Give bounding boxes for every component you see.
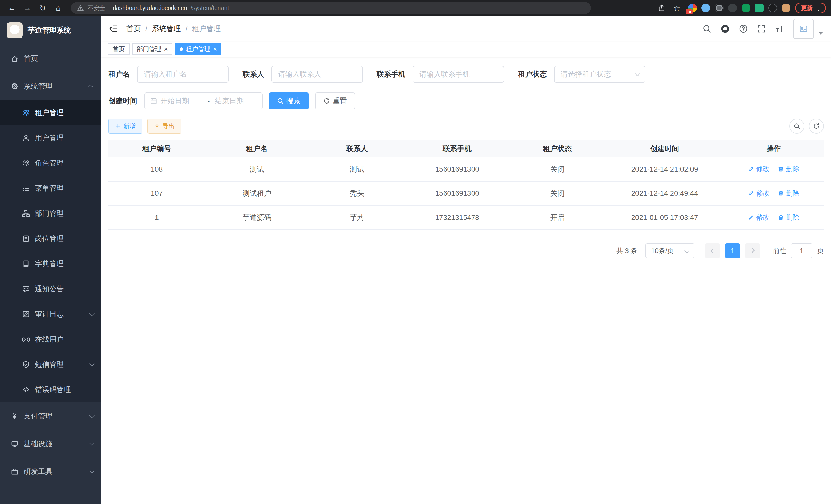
bookmark-star-icon[interactable]: ☆ (670, 2, 684, 14)
close-icon[interactable]: × (164, 46, 168, 52)
prev-page-button[interactable] (705, 243, 720, 258)
refresh-table-button[interactable] (809, 119, 824, 134)
sidebar-item-notice-announcement[interactable]: 通知公告 (0, 276, 101, 302)
page-number-button[interactable]: 1 (725, 243, 740, 258)
sidebar-item-department-management[interactable]: 部门管理 (0, 201, 101, 226)
extension-icon[interactable] (701, 4, 710, 12)
cell-actions: 修改删除 (724, 206, 824, 230)
start-date-input[interactable] (160, 97, 202, 105)
status-select[interactable] (554, 66, 646, 83)
avatar-caret-icon[interactable] (819, 32, 823, 35)
button-label: 搜索 (286, 96, 300, 106)
back-icon[interactable]: ← (5, 2, 19, 14)
sidebar-item-online-users[interactable]: 在线用户 (0, 327, 101, 352)
contact-input[interactable] (271, 66, 363, 83)
sidebar-item-tenant-management[interactable]: 租户管理 (0, 100, 101, 125)
refresh-icon (323, 98, 330, 104)
edit-link[interactable]: 修改 (748, 165, 770, 173)
sidebar-item-payment-management[interactable]: 支付管理 (0, 402, 101, 430)
sidebar-item-post-management[interactable]: 岗位管理 (0, 226, 101, 251)
tenant-table: 租户编号 租户名 联系人 联系手机 租户状态 创建时间 操作 108 测试 测试 (109, 140, 824, 230)
edit-link[interactable]: 修改 (748, 213, 770, 222)
breadcrumb-system[interactable]: 系统管理 (152, 24, 181, 34)
extension-icon[interactable] (768, 4, 777, 12)
home-icon[interactable]: ⌂ (51, 2, 65, 14)
date-range-picker[interactable]: - (144, 92, 263, 110)
button-label: 导出 (163, 122, 175, 130)
security-label[interactable]: 不安全 (87, 4, 105, 12)
tab-tenant-management[interactable]: 租户管理 × (175, 43, 222, 55)
goto-page-input[interactable] (791, 243, 812, 258)
sidebar-item-role-management[interactable]: 角色管理 (0, 151, 101, 176)
sidebar-item-user-management[interactable]: 用户管理 (0, 125, 101, 151)
search-icon[interactable] (703, 24, 711, 33)
help-icon[interactable] (739, 24, 748, 33)
font-size-icon[interactable] (775, 24, 784, 33)
sidebar-item-dict-management[interactable]: 字典管理 (0, 251, 101, 276)
share-icon[interactable] (658, 4, 665, 12)
tab-home[interactable]: 首页 (108, 43, 130, 55)
trash-icon (778, 166, 784, 172)
browser-menu-icon[interactable]: ⋮ (815, 4, 822, 11)
cell-tenant-id: 107 (109, 181, 205, 206)
sidebar-item-label: 部门管理 (35, 209, 64, 218)
edit-label: 修改 (756, 165, 770, 173)
extension-icon[interactable] (728, 4, 737, 12)
tab-department-management[interactable]: 部门管理 × (132, 43, 172, 55)
extension-icon[interactable] (742, 4, 750, 12)
extension-icon[interactable] (715, 4, 724, 12)
field-label: 联系手机 (377, 69, 405, 79)
sidebar-item-error-code-management[interactable]: 错误码管理 (0, 377, 101, 402)
sidebar-item-label: 系统管理 (24, 82, 52, 91)
page-size-select[interactable] (646, 243, 694, 258)
user-avatar[interactable] (794, 19, 813, 39)
add-button[interactable]: 新增 (109, 119, 142, 134)
forward-icon[interactable]: → (21, 2, 34, 14)
search-icon (277, 98, 284, 104)
user-icon (22, 134, 30, 142)
search-button[interactable]: 搜索 (269, 92, 309, 110)
reload-icon[interactable]: ↻ (36, 2, 49, 14)
search-icon (794, 123, 800, 129)
show-search-toggle-button[interactable] (790, 119, 804, 134)
delete-link[interactable]: 删除 (778, 165, 799, 173)
edit-label: 修改 (756, 189, 770, 198)
cell-actions: 修改删除 (724, 157, 824, 181)
delete-link[interactable]: 删除 (778, 213, 799, 222)
url-bar[interactable]: 不安全 dashboard.yudao.iocoder.cn/system/te… (71, 2, 591, 14)
extension-icon[interactable]: 10 (688, 4, 697, 12)
extension-icon[interactable] (755, 4, 764, 12)
sidebar-item-dev-tools[interactable]: 研发工具 (0, 458, 101, 485)
page-size-input[interactable] (646, 243, 694, 258)
edit-link[interactable]: 修改 (748, 189, 770, 198)
next-page-button[interactable] (745, 243, 760, 258)
sidebar-item-audit-log[interactable]: 审计日志 (0, 302, 101, 327)
update-label: 更新 (801, 4, 813, 12)
roles-icon (22, 159, 30, 167)
cell-mobile: 15601691300 (405, 157, 509, 181)
sidebar-item-label: 支付管理 (24, 411, 52, 421)
sidebar-item-sms-management[interactable]: 短信管理 (0, 352, 101, 377)
fullscreen-icon[interactable] (757, 24, 766, 33)
profile-avatar-icon[interactable] (782, 4, 791, 12)
delete-link[interactable]: 删除 (778, 189, 799, 198)
logo[interactable]: 芋道管理系统 (0, 16, 101, 45)
export-button[interactable]: 导出 (147, 119, 181, 134)
sidebar-item-home[interactable]: 首页 (0, 45, 101, 72)
mobile-input[interactable] (413, 66, 504, 83)
browser-update-button[interactable]: 更新 ⋮ (795, 3, 826, 13)
close-icon[interactable]: × (213, 46, 217, 52)
sidebar-item-system-management[interactable]: 系统管理 (0, 72, 101, 100)
status-select-input[interactable] (554, 66, 646, 83)
button-label: 新增 (123, 122, 136, 130)
sidebar-item-menu-management[interactable]: 菜单管理 (0, 176, 101, 201)
sidebar-item-infrastructure[interactable]: 基础设施 (0, 430, 101, 458)
cell-tenant-name: 测试租户 (205, 181, 309, 206)
reset-button[interactable]: 重置 (315, 92, 355, 110)
github-icon[interactable] (720, 24, 730, 33)
toolbar-right (790, 119, 824, 134)
breadcrumb-home[interactable]: 首页 (126, 24, 141, 34)
collapse-sidebar-icon[interactable] (109, 24, 118, 33)
end-date-input[interactable] (215, 97, 257, 105)
tenant-name-input[interactable] (137, 66, 229, 83)
